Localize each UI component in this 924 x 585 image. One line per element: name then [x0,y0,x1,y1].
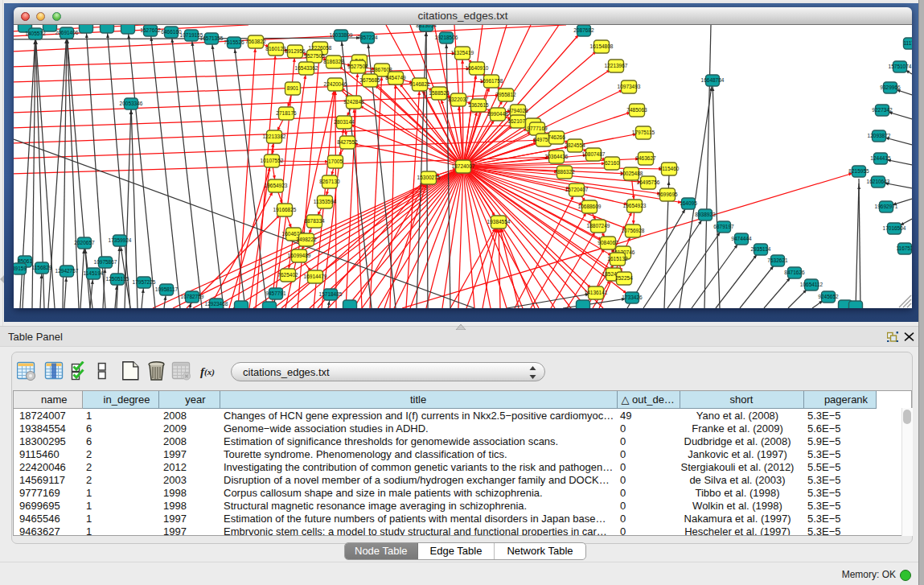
svg-text:1733426: 1733426 [622,295,643,300]
svg-text:18807249: 18807249 [587,223,610,229]
svg-text:8454749: 8454749 [385,75,406,80]
svg-text:12093872: 12093872 [868,133,891,138]
svg-text:8813054: 8813054 [416,25,437,28]
svg-text:20691406: 20691406 [55,30,79,35]
svg-text:8901: 8901 [287,85,299,91]
svg-text:15751074: 15751074 [889,64,912,69]
svg-text:3498222: 3498222 [296,237,317,242]
svg-text:12923468: 12923468 [205,301,228,307]
svg-text:8471626: 8471626 [784,270,805,275]
svg-text:19166825: 19166825 [273,207,297,212]
svg-text:7515526: 7515526 [224,39,244,45]
svg-text:10973493: 10973493 [618,84,641,89]
svg-text:164095: 164095 [680,200,697,206]
svg-text:16914479: 16914479 [304,274,327,279]
svg-text:9329966: 9329966 [880,84,901,90]
svg-text:1405572: 1405572 [25,31,46,36]
svg-text:2087682: 2087682 [573,27,594,33]
svg-text:9777169: 9777169 [527,126,548,131]
svg-text:12213967: 12213967 [605,63,628,68]
svg-text:8215955: 8215955 [848,168,869,174]
svg-text:11172: 11172 [903,40,912,46]
svg-text:9115460: 9115460 [659,166,680,171]
svg-text:9084067: 9084067 [598,240,618,245]
svg-text:2803144: 2803144 [334,119,355,125]
svg-text:12505135: 12505135 [106,276,129,282]
svg-text:12213382: 12213382 [263,134,286,139]
svg-text:10807487: 10807487 [582,151,606,157]
svg-text:16571355: 16571355 [200,35,224,41]
svg-text:22420046: 22420046 [324,81,347,87]
svg-text:17016504: 17016504 [883,225,906,231]
svg-text:9699695: 9699695 [657,192,678,197]
svg-text:8427552: 8427552 [337,139,358,145]
svg-text:9227342: 9227342 [872,107,893,113]
svg-text:19218506: 19218506 [435,35,458,40]
svg-text:7955812: 7955812 [495,92,516,97]
svg-text:19384554: 19384554 [487,219,511,225]
svg-text:19692971: 19692971 [875,204,898,209]
svg-text:7857224: 7857224 [357,35,378,40]
svg-text:17005: 17005 [328,159,343,164]
svg-text:8912956: 8912956 [285,48,306,54]
svg-text:62160: 62160 [605,160,619,166]
svg-text:16210643: 16210643 [867,179,890,184]
svg-text:9463627: 9463627 [635,155,656,161]
svg-text:6879197: 6879197 [713,224,734,229]
svg-text:11325419: 11325419 [451,50,474,56]
svg-text:11353594: 11353594 [314,199,337,204]
svg-text:14136141: 14136141 [585,290,608,295]
svg-text:9527508: 9527508 [347,64,368,69]
svg-text:3824554: 3824554 [565,142,585,148]
svg-text:2020657: 2020657 [74,240,95,245]
svg-text:8938923: 8938923 [695,212,716,217]
svg-text:9457791: 9457791 [265,290,286,296]
svg-text:15718485: 15718485 [319,291,343,297]
svg-text:7886322: 7886322 [554,169,575,175]
svg-text:9245652: 9245652 [818,294,839,299]
svg-text:17975115: 17975115 [632,130,655,135]
svg-text:16495756: 16495756 [637,179,660,185]
svg-text:9794028: 9794028 [507,108,528,113]
svg-text:3675685: 3675685 [359,77,380,83]
svg-text:7625402: 7625402 [277,272,298,278]
svg-text:16640910: 16640910 [466,65,489,71]
svg-text:8322037: 8322037 [448,97,469,102]
svg-text:1588520: 1588520 [429,90,450,96]
svg-text:10756928: 10756928 [622,228,645,233]
svg-text:16033809: 16033809 [330,32,353,38]
svg-text:8267130: 8267130 [319,179,340,184]
svg-text:116753: 116753 [896,245,912,251]
svg-text:17957225: 17957225 [133,279,156,285]
svg-text:10975867: 10975867 [94,259,117,265]
svg-text:7632621: 7632621 [767,257,788,263]
svg-text:2935114: 2935114 [751,246,771,252]
svg-text:9146821: 9146821 [409,81,430,87]
svg-text:1362615: 1362615 [468,102,489,108]
svg-text:10107552: 10107552 [261,158,284,163]
svg-text:10654112: 10654112 [800,282,823,287]
svg-text:16543362: 16543362 [295,65,318,71]
svg-text:10958117: 10958117 [155,286,179,292]
svg-text:746266: 746266 [548,134,565,140]
svg-text:9527505: 9527505 [304,53,325,59]
svg-text:15720407: 15720407 [565,187,589,192]
svg-text:1156829: 1156829 [32,265,52,270]
svg-text:1527602: 1527602 [140,27,161,33]
svg-text:16961758: 16961758 [480,78,503,84]
svg-text:8990448: 8990448 [487,111,508,117]
svg-text:1615132: 1615132 [607,256,628,262]
svg-text:15300275: 15300275 [417,175,441,180]
svg-text:252254: 252254 [615,275,633,281]
svg-text:20053346: 20053346 [120,101,143,106]
svg-text:8878334: 8878334 [304,218,325,224]
svg-text:39159: 39159 [14,266,27,271]
svg-text:16782759: 16782759 [181,294,204,299]
svg-text:8186328: 8186328 [323,59,344,64]
svg-text:17359924: 17359924 [109,237,132,243]
svg-text:10025488: 10025488 [620,171,643,176]
svg-text:9242848: 9242848 [343,99,364,105]
svg-text:6466160: 6466160 [161,29,182,35]
svg-text:19654923: 19654923 [623,203,647,208]
svg-text:8160123: 8160123 [265,46,286,51]
